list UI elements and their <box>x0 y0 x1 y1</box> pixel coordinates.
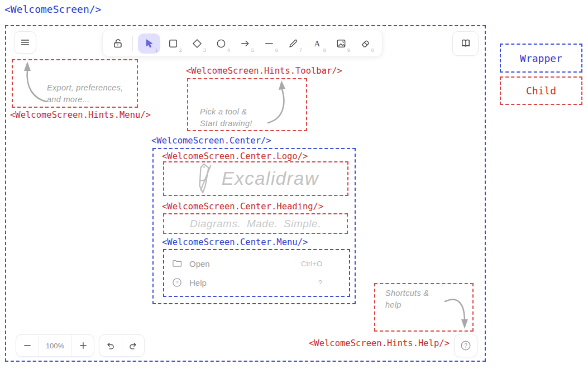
help-question-icon: ? <box>460 339 472 352</box>
redo-button[interactable] <box>122 335 145 356</box>
center-heading-label: <WelcomeScreen.Center.Heading/> <box>162 202 323 212</box>
redo-icon <box>128 341 138 351</box>
zoom-out-button[interactable] <box>16 335 38 356</box>
hint-help-text: Shortcuts & help <box>385 287 429 311</box>
tool-key: 0 <box>371 47 374 53</box>
center-heading-child-box: Diagrams. Made. Simple. <box>163 213 348 234</box>
zoom-control: 100% <box>16 334 94 357</box>
hint-menu-line2: and more... <box>47 94 123 106</box>
text-icon: A <box>312 38 323 49</box>
hint-toolbar-line1: Pick a tool & <box>200 106 252 118</box>
undo-icon <box>105 341 116 351</box>
tool-rectangle[interactable]: 2 <box>162 33 184 54</box>
hint-menu-line1: Export, preferences, <box>47 82 123 94</box>
tool-selection[interactable]: 1 <box>138 33 160 54</box>
eraser-icon <box>360 38 371 49</box>
hint-toolbar-line2: Start drawing! <box>200 118 252 130</box>
svg-text:?: ? <box>464 343 467 349</box>
center-menu-label: <WelcomeScreen.Center.Menu/> <box>162 237 308 247</box>
legend-child-box: Child <box>500 76 582 105</box>
help-circle-icon: ? <box>171 277 183 288</box>
hint-menu-text: Export, preferences, and more... <box>47 82 123 106</box>
selection-icon <box>144 38 155 49</box>
diamond-icon <box>192 38 203 49</box>
menu-item-open-shortcut: Ctrl+O <box>301 260 322 268</box>
legend-wrapper-label: Wrapper <box>520 52 562 64</box>
menu-item-help-label: Help <box>189 278 318 287</box>
zoom-in-plus-icon <box>78 341 88 351</box>
hint-toolbar-text: Pick a tool & Start drawing! <box>200 106 252 130</box>
zoom-out-minus-icon <box>22 341 32 351</box>
svg-text:?: ? <box>175 280 178 285</box>
zoom-level-value: 100% <box>46 342 64 350</box>
legend-wrapper-box: Wrapper <box>500 44 582 73</box>
hint-help-arrow <box>443 295 474 333</box>
menu-item-help[interactable]: ? Help ? <box>171 275 322 290</box>
image-icon <box>336 38 347 49</box>
hint-help-label: <WelcomeScreen.Hints.Help/> <box>309 338 450 348</box>
tool-key: 4 <box>227 47 230 53</box>
tool-text[interactable]: A 8 <box>306 33 328 54</box>
zoom-in-button[interactable] <box>71 335 94 356</box>
menu-item-help-shortcut: ? <box>318 279 322 287</box>
toolbar: 1 2 3 4 5 <box>102 30 383 57</box>
library-book-icon <box>460 37 472 50</box>
hint-menu-label: <WelcomeScreen.Hints.Menu/> <box>10 110 151 120</box>
pencil-icon <box>288 38 299 49</box>
excalidraw-stylus-icon <box>193 162 216 195</box>
folder-icon <box>171 258 183 269</box>
menu-item-open-label: Open <box>189 259 301 269</box>
center-menu-wrapper-box: Open Ctrl+O ? Help ? <box>163 249 350 297</box>
tool-key: 8 <box>323 47 326 53</box>
lock-tool[interactable] <box>108 33 127 54</box>
hint-toolbar-label: <WelcomeScreen.Hints.Toolbar/> <box>186 66 342 76</box>
arrow-icon <box>240 38 251 49</box>
legend-child-label: Child <box>526 85 556 97</box>
line-icon <box>264 38 275 49</box>
tool-ellipse[interactable]: 4 <box>210 33 232 54</box>
welcome-screen-doc-page: <WelcomeScreen/> 1 2 <box>0 0 588 369</box>
tool-key: 3 <box>203 47 206 53</box>
help-button[interactable]: ? <box>454 334 477 357</box>
tool-draw[interactable]: 7 <box>282 33 304 54</box>
toolbar-divider <box>132 36 133 51</box>
zoom-level-reset[interactable]: 100% <box>38 335 71 356</box>
center-logo-child-box: Excalidraw <box>163 161 348 196</box>
history-control <box>99 334 145 357</box>
hamburger-icon <box>19 36 31 49</box>
tool-arrow[interactable]: 5 <box>234 33 256 54</box>
library-button[interactable] <box>452 31 479 56</box>
rectangle-icon <box>168 38 179 49</box>
tool-key: 7 <box>299 47 302 53</box>
heading-text: Diagrams. Made. Simple. <box>190 218 321 230</box>
tool-key: 1 <box>155 47 158 53</box>
center-label: <WelcomeScreen.Center/> <box>151 136 271 146</box>
tool-key: 2 <box>179 47 182 53</box>
tool-key: 6 <box>275 47 278 53</box>
menu-item-open[interactable]: Open Ctrl+O <box>171 256 322 271</box>
undo-button[interactable] <box>99 335 122 356</box>
tool-image[interactable]: 9 <box>330 33 352 54</box>
main-menu-button[interactable] <box>14 31 36 54</box>
tool-key: 5 <box>251 47 254 53</box>
lock-icon <box>112 37 124 50</box>
hint-toolbar-arrow <box>261 79 292 127</box>
excalidraw-logo-text: Excalidraw <box>222 168 319 189</box>
hint-help-line2: help <box>385 299 429 311</box>
center-logo-label: <WelcomeScreen.Center.Logo/> <box>162 151 308 161</box>
tool-key: 9 <box>347 47 350 53</box>
page-title: <WelcomeScreen/> <box>4 3 101 15</box>
tool-eraser[interactable]: 0 <box>354 33 376 54</box>
tool-diamond[interactable]: 3 <box>186 33 208 54</box>
ellipse-icon <box>216 38 227 49</box>
svg-text:A: A <box>314 39 321 47</box>
hint-help-line1: Shortcuts & <box>385 287 429 299</box>
tool-line[interactable]: 6 <box>258 33 280 54</box>
